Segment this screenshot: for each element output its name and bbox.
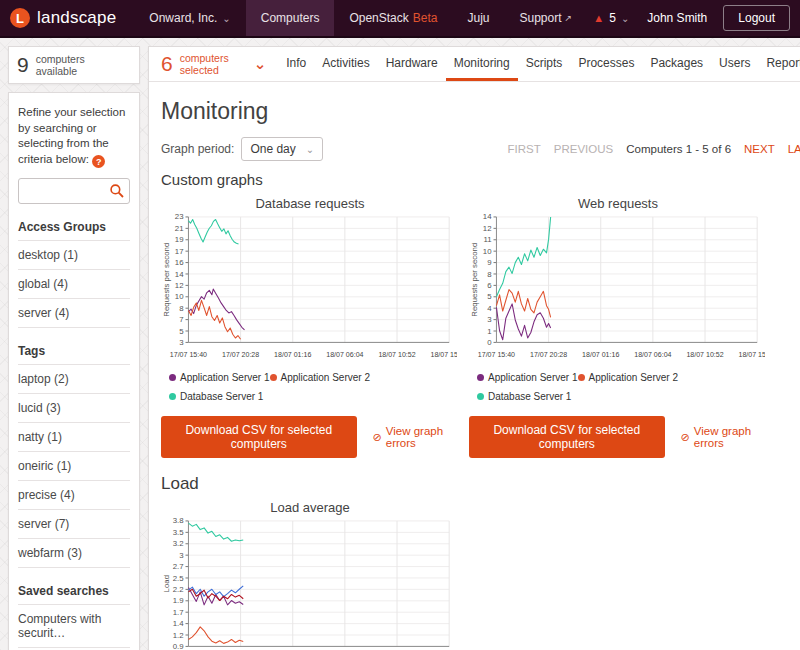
content: Monitoring Graph period: One day ⌄ FIRST…: [149, 82, 800, 650]
search-box: [18, 178, 130, 204]
sidebar-item-lucid-3[interactable]: lucid (3): [18, 393, 130, 422]
legend-label: Database Server 1: [180, 391, 263, 402]
logout-button[interactable]: Logout: [723, 5, 790, 31]
sidebar-item-computers-with-securit[interactable]: Computers with securit…: [18, 604, 130, 647]
legend-item-database-server-1: Database Server 1: [477, 391, 573, 402]
beta-badge: Beta: [413, 11, 438, 25]
legend-dot-icon: [270, 374, 277, 381]
tab-scripts[interactable]: Scripts: [518, 47, 571, 81]
sidebar-item-desktop-1[interactable]: desktop (1): [18, 240, 130, 269]
external-link-icon: ↗: [565, 13, 573, 23]
svg-text:17/07 15:40: 17/07 15:40: [478, 351, 515, 358]
svg-text:12: 12: [483, 224, 492, 233]
view-graph-errors-link[interactable]: ⊘View graph errors: [373, 425, 459, 449]
computers-selected[interactable]: 6 computers selected ⌄: [149, 47, 278, 81]
pagination-status: Computers 1 - 5 of 6: [626, 143, 731, 155]
sidebar-item-webfarm-3[interactable]: webfarm (3): [18, 538, 130, 568]
svg-text:8: 8: [487, 270, 492, 279]
nav-item-juju[interactable]: Juju: [452, 0, 504, 36]
svg-text:6: 6: [487, 281, 492, 290]
sidebar-item-global-4[interactable]: global (4): [18, 269, 130, 298]
svg-text:21: 21: [175, 224, 184, 233]
tab-packages[interactable]: Packages: [642, 47, 711, 81]
legend-item-application-server-1: Application Server 1: [169, 372, 270, 383]
legend-label: Application Server 1: [180, 372, 270, 383]
legend-label: Database Server 1: [488, 391, 571, 402]
tab-activities[interactable]: Activities: [314, 47, 377, 81]
sidebar-item-natty-1[interactable]: natty (1): [18, 422, 130, 451]
tab-users[interactable]: Users: [711, 47, 758, 81]
chart-plot: 2321191716141210875317/07 15:4017/07 20:…: [161, 211, 459, 370]
svg-text:Load: Load: [162, 575, 171, 592]
sidebar-item-precise-4[interactable]: precise (4): [18, 480, 130, 509]
tab-processes[interactable]: Processes: [570, 47, 642, 81]
pagination-next[interactable]: NEXT: [744, 143, 775, 155]
tab-reports[interactable]: Reports: [758, 47, 800, 81]
sidebar-item-server-4[interactable]: server (4): [18, 298, 130, 328]
nav-item-label: Juju: [467, 11, 489, 25]
legend-label: Application Server 2: [589, 372, 679, 383]
svg-text:18/07 10:52: 18/07 10:52: [686, 351, 723, 358]
sidebar-section-title: Saved searches: [18, 578, 130, 604]
svg-text:1.9: 1.9: [173, 596, 184, 605]
svg-text:3: 3: [179, 551, 184, 560]
view-errors-label: View graph errors: [694, 425, 767, 449]
alerts-indicator[interactable]: ▲ 5 ⌄: [593, 11, 629, 25]
svg-text:1.4: 1.4: [173, 619, 185, 628]
nav-item-support[interactable]: Support↗: [505, 0, 588, 36]
help-icon[interactable]: ?: [92, 155, 105, 168]
sidebar-item-server-7[interactable]: server (7): [18, 509, 130, 538]
top-nav: L landscape Onward, Inc.⌄ComputersOpenSt…: [0, 0, 800, 38]
tab-hardware[interactable]: Hardware: [378, 47, 446, 81]
download-csv-button[interactable]: Download CSV for selected computers: [469, 416, 665, 458]
sidebar-section-tags: Tagslaptop (2)lucid (3)natty (1)oneiric …: [18, 338, 130, 568]
legend-dot-icon: [578, 374, 585, 381]
svg-text:3: 3: [487, 315, 492, 324]
chart-actions: Download CSV for selected computers⊘View…: [161, 416, 459, 458]
legend-label: Application Server 1: [488, 372, 578, 383]
view-graph-errors-link[interactable]: ⊘View graph errors: [681, 425, 767, 449]
download-csv-button[interactable]: Download CSV for selected computers: [161, 416, 357, 458]
brand[interactable]: L landscape: [0, 0, 134, 36]
nav-item-computers[interactable]: Computers: [246, 0, 335, 36]
pagination-first[interactable]: FIRST: [508, 143, 541, 155]
svg-text:0.9: 0.9: [173, 642, 184, 650]
legend-item-database-server-1: Database Server 1: [169, 391, 265, 402]
refine-text: Refine your selection by searching or se…: [18, 105, 130, 168]
pagination-last[interactable]: LAST: [788, 143, 800, 155]
svg-text:3: 3: [179, 338, 184, 347]
svg-text:10: 10: [483, 247, 492, 256]
sidebar-item-laptop-2[interactable]: laptop (2): [18, 364, 130, 393]
nav-item-onward-inc[interactable]: Onward, Inc.⌄: [134, 0, 245, 36]
svg-text:23: 23: [175, 213, 184, 222]
svg-text:Requests per second: Requests per second: [470, 243, 479, 317]
refine-card: Refine your selection by searching or se…: [8, 92, 140, 650]
chart-canvas: 141211109865431017/07 15:4017/07 20:2818…: [469, 211, 765, 366]
sidebar-item-oneiric-1[interactable]: oneiric (1): [18, 451, 130, 480]
sidebar: 9 computers available Refine your select…: [8, 46, 140, 650]
legend-item-application-server-2: Application Server 2: [270, 372, 371, 383]
sidebar-list: laptop (2)lucid (3)natty (1)oneiric (1)p…: [18, 364, 130, 568]
svg-text:18/07 06:04: 18/07 06:04: [634, 351, 671, 358]
chevron-down-icon: ⌄: [222, 13, 230, 24]
svg-text:12: 12: [175, 281, 184, 290]
nav-item-label: Onward, Inc.: [149, 11, 217, 25]
svg-text:5: 5: [179, 327, 184, 336]
tab-info[interactable]: Info: [278, 47, 314, 81]
chart-legend: Application Server 1Application Server 2…: [161, 372, 459, 410]
chart-web-requests: Web requests141211109865431017/07 15:401…: [469, 190, 767, 460]
svg-text:17: 17: [175, 247, 184, 256]
svg-text:7: 7: [179, 315, 183, 324]
nav-item-label: Computers: [261, 11, 320, 25]
svg-text:5: 5: [487, 292, 492, 301]
legend-item-application-server-1: Application Server 1: [477, 372, 578, 383]
tab-monitoring[interactable]: Monitoring: [446, 47, 518, 81]
pagination-previous[interactable]: PREVIOUS: [554, 143, 613, 155]
nav-item-openstack[interactable]: OpenStackBeta: [334, 0, 452, 36]
search-icon[interactable]: [109, 183, 125, 199]
load-heading: Load: [161, 474, 800, 494]
computers-available-card: 9 computers available: [8, 46, 140, 84]
graph-period-select[interactable]: One day ⌄: [241, 137, 323, 161]
svg-text:3.8: 3.8: [173, 517, 185, 526]
chevron-down-icon[interactable]: ⌄: [254, 55, 267, 73]
